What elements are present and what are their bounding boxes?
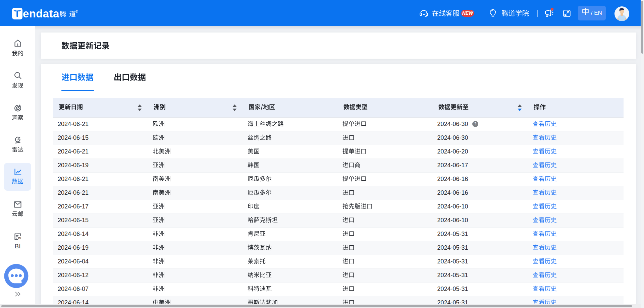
svg-text:BI: BI xyxy=(18,237,21,240)
svg-text:?: ? xyxy=(474,122,476,126)
